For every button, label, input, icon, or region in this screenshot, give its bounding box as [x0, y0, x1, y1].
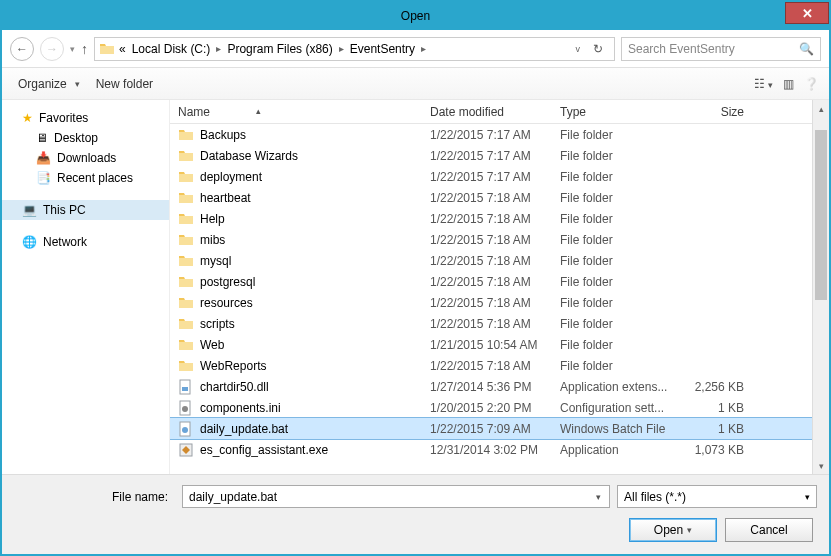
search-icon: 🔍 [799, 42, 814, 56]
filename-label: File name: [14, 490, 174, 504]
file-row[interactable]: es_config_assistant.exe12/31/2014 3:02 P… [170, 439, 829, 460]
folder-icon [178, 148, 194, 164]
file-row[interactable]: Help1/22/2015 7:18 AMFile folder [170, 208, 829, 229]
svg-point-5 [182, 427, 188, 433]
column-headers: Name▴ Date modified Type Size [170, 100, 829, 124]
file-type: Configuration sett... [552, 401, 682, 415]
file-row[interactable]: WebReports1/22/2015 7:18 AMFile folder [170, 355, 829, 376]
breadcrumb-prefix[interactable]: « [117, 42, 128, 56]
recent-locations-dropdown[interactable]: ▾ [70, 44, 75, 54]
downloads-icon: 📥 [36, 151, 51, 165]
file-row[interactable]: resources1/22/2015 7:18 AMFile folder [170, 292, 829, 313]
file-date: 1/21/2015 10:54 AM [422, 338, 552, 352]
file-row[interactable]: chartdir50.dll1/27/2014 5:36 PMApplicati… [170, 376, 829, 397]
forward-button[interactable]: → [40, 37, 64, 61]
folder-icon [178, 337, 194, 353]
address-bar[interactable]: « Local Disk (C:) ▸ Program Files (x86) … [94, 37, 615, 61]
refresh-button[interactable]: ↻ [586, 38, 610, 60]
file-type: File folder [552, 170, 682, 184]
file-row[interactable]: scripts1/22/2015 7:18 AMFile folder [170, 313, 829, 334]
exe-icon [178, 442, 194, 458]
file-name: deployment [200, 170, 262, 184]
recent-icon: 📑 [36, 171, 51, 185]
breadcrumb-item[interactable]: Local Disk (C:) [130, 42, 213, 56]
scroll-down-icon[interactable]: ▾ [813, 457, 829, 474]
organize-button[interactable]: Organize▾ [12, 75, 86, 93]
file-name: postgresql [200, 275, 255, 289]
file-name: daily_update.bat [200, 422, 288, 436]
chevron-right-icon[interactable]: ▸ [419, 43, 428, 54]
column-size[interactable]: Size [682, 105, 752, 119]
column-name[interactable]: Name▴ [170, 105, 422, 119]
new-folder-button[interactable]: New folder [90, 75, 159, 93]
chevron-right-icon[interactable]: ▸ [337, 43, 346, 54]
file-type: File folder [552, 191, 682, 205]
filetype-filter[interactable]: All files (*.*)▾ [617, 485, 817, 508]
file-name: scripts [200, 317, 235, 331]
file-row[interactable]: components.ini1/20/2015 2:20 PMConfigura… [170, 397, 829, 418]
file-name: Help [200, 212, 225, 226]
file-name: resources [200, 296, 253, 310]
file-date: 1/22/2015 7:09 AM [422, 422, 552, 436]
file-type: File folder [552, 275, 682, 289]
dialog-body: ★Favorites 🖥Desktop 📥Downloads 📑Recent p… [2, 100, 829, 474]
file-date: 1/22/2015 7:18 AM [422, 275, 552, 289]
file-row[interactable]: daily_update.bat1/22/2015 7:09 AMWindows… [170, 418, 829, 439]
sidebar-item-recent[interactable]: 📑Recent places [2, 168, 169, 188]
close-button[interactable]: ✕ [785, 2, 829, 24]
column-type[interactable]: Type [552, 105, 682, 119]
up-button[interactable]: ↑ [81, 41, 88, 57]
file-name: mysql [200, 254, 231, 268]
scroll-thumb[interactable] [815, 130, 827, 300]
breadcrumb-item[interactable]: EventSentry [348, 42, 417, 56]
filename-input[interactable] [182, 485, 610, 508]
file-row[interactable]: Web1/21/2015 10:54 AMFile folder [170, 334, 829, 355]
folder-icon [178, 190, 194, 206]
file-type: Application [552, 443, 682, 457]
view-options-button[interactable]: ☷ ▾ [754, 77, 773, 91]
sidebar-item-network[interactable]: 🌐Network [2, 232, 169, 252]
address-dropdown[interactable]: v [572, 44, 585, 54]
help-button[interactable]: ❔ [804, 77, 819, 91]
folder-icon [178, 295, 194, 311]
file-type: Windows Batch File [552, 422, 682, 436]
file-type: File folder [552, 317, 682, 331]
file-date: 1/22/2015 7:18 AM [422, 212, 552, 226]
column-date[interactable]: Date modified [422, 105, 552, 119]
file-row[interactable]: deployment1/22/2015 7:17 AMFile folder [170, 166, 829, 187]
file-name: components.ini [200, 401, 281, 415]
filename-dropdown[interactable]: ▾ [596, 492, 601, 502]
file-row[interactable]: mibs1/22/2015 7:18 AMFile folder [170, 229, 829, 250]
breadcrumb-item[interactable]: Program Files (x86) [225, 42, 334, 56]
toolbar: Organize▾ New folder ☷ ▾ ▥ ❔ [2, 68, 829, 100]
file-type: File folder [552, 149, 682, 163]
file-row[interactable]: postgresql1/22/2015 7:18 AMFile folder [170, 271, 829, 292]
back-button[interactable]: ← [10, 37, 34, 61]
search-input[interactable]: Search EventSentry 🔍 [621, 37, 821, 61]
sidebar-item-downloads[interactable]: 📥Downloads [2, 148, 169, 168]
chevron-right-icon[interactable]: ▸ [214, 43, 223, 54]
favorites-group[interactable]: ★Favorites [2, 108, 169, 128]
sidebar-item-desktop[interactable]: 🖥Desktop [2, 128, 169, 148]
file-name: WebReports [200, 359, 266, 373]
scrollbar[interactable]: ▴ ▾ [812, 100, 829, 474]
nav-bar: ← → ▾ ↑ « Local Disk (C:) ▸ Program File… [2, 30, 829, 68]
open-button[interactable]: Open▾ [629, 518, 717, 542]
file-row[interactable]: Database Wizards1/22/2015 7:17 AMFile fo… [170, 145, 829, 166]
cancel-button[interactable]: Cancel [725, 518, 813, 542]
bottom-panel: File name: ▾ All files (*.*)▾ Open▾ Canc… [2, 474, 829, 554]
folder-icon [178, 253, 194, 269]
preview-pane-button[interactable]: ▥ [783, 77, 794, 91]
file-date: 1/22/2015 7:18 AM [422, 359, 552, 373]
file-row[interactable]: heartbeat1/22/2015 7:18 AMFile folder [170, 187, 829, 208]
sidebar-item-this-pc[interactable]: 💻This PC [2, 200, 169, 220]
file-row[interactable]: mysql1/22/2015 7:18 AMFile folder [170, 250, 829, 271]
file-date: 1/22/2015 7:18 AM [422, 233, 552, 247]
file-row[interactable]: Backups1/22/2015 7:17 AMFile folder [170, 124, 829, 145]
file-name: Web [200, 338, 224, 352]
file-type: File folder [552, 128, 682, 142]
dll-icon [178, 379, 194, 395]
file-type: File folder [552, 338, 682, 352]
file-date: 12/31/2014 3:02 PM [422, 443, 552, 457]
scroll-up-icon[interactable]: ▴ [813, 100, 829, 117]
